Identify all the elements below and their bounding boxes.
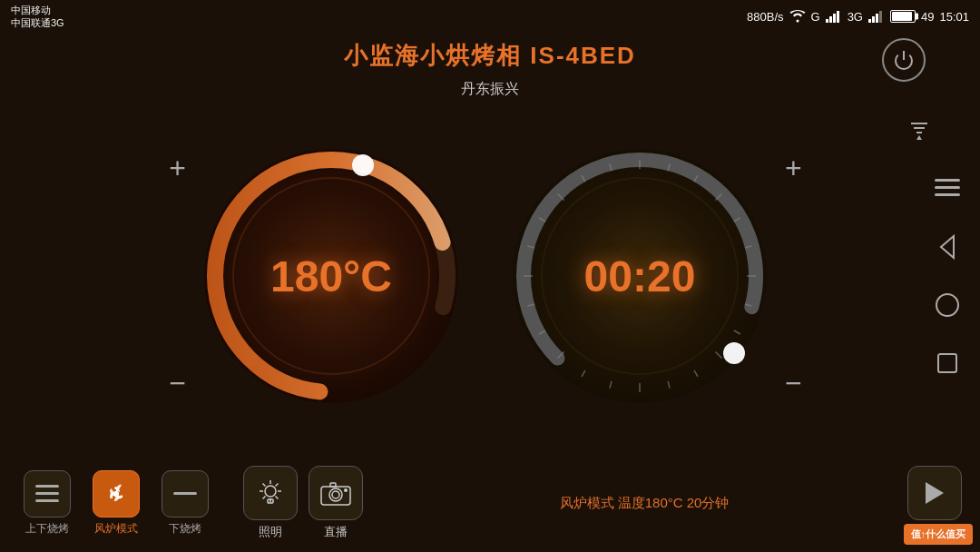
svg-rect-46 xyxy=(935,179,960,182)
nav-back-button[interactable] xyxy=(931,231,964,263)
temperature-plus[interactable]: + xyxy=(169,152,186,185)
svg-rect-2 xyxy=(833,14,836,23)
svg-rect-0 xyxy=(826,19,828,23)
svg-rect-47 xyxy=(935,186,960,189)
svg-point-56 xyxy=(113,491,119,497)
dials-area: + − xyxy=(54,100,916,452)
svg-point-44 xyxy=(723,342,745,364)
nav-recent-button[interactable] xyxy=(931,347,964,380)
light-button[interactable]: 照明 xyxy=(243,466,298,540)
svg-point-69 xyxy=(329,488,342,501)
mode-bottom[interactable]: 下烧烤 xyxy=(156,470,214,537)
temperature-minus[interactable]: − xyxy=(169,367,186,400)
svg-rect-6 xyxy=(876,14,878,23)
timer-value: 00:20 xyxy=(584,251,696,301)
subtitle: 丹东振兴 xyxy=(0,80,980,99)
temperature-value: 180°C xyxy=(270,251,392,301)
mode-top-bottom-icon xyxy=(24,470,71,518)
svg-rect-71 xyxy=(330,483,336,487)
watermark-text: 值↑什么值买 xyxy=(911,528,966,539)
mode-fan-label: 风炉模式 xyxy=(94,521,138,537)
timer-controls[interactable]: + − xyxy=(785,152,802,400)
timer-minus[interactable]: − xyxy=(785,367,802,400)
camera-label: 直播 xyxy=(324,524,348,540)
svg-rect-11 xyxy=(916,132,922,133)
home-circle-icon xyxy=(935,292,960,318)
time: 15:01 xyxy=(939,10,969,24)
light-label: 照明 xyxy=(259,524,282,540)
play-icon xyxy=(924,480,946,506)
battery-icon xyxy=(890,10,916,23)
camera-button[interactable]: 直播 xyxy=(309,466,363,540)
nav-buttons xyxy=(931,172,964,380)
status-bar: 中国移动 中国联通3G 880B/s G 3G 49 xyxy=(0,0,980,33)
power-button[interactable] xyxy=(882,38,926,82)
signal-icon xyxy=(826,10,842,23)
menu-icon xyxy=(935,179,960,199)
svg-rect-57 xyxy=(173,492,197,495)
svg-rect-52 xyxy=(35,485,59,488)
start-icon-box xyxy=(907,466,962,520)
nav-home-button[interactable] xyxy=(931,289,964,321)
battery-level: 49 xyxy=(921,10,934,24)
mode-bottom-icon xyxy=(162,470,209,518)
nav-menu-button[interactable] xyxy=(931,172,964,205)
svg-point-16 xyxy=(352,154,374,176)
mode-top-bottom-label: 上下烧烤 xyxy=(25,521,69,537)
camera-icon-box xyxy=(309,466,363,520)
battery-fill xyxy=(892,12,912,21)
mode-fan[interactable]: 风炉模式 xyxy=(87,470,145,537)
watermark: 值↑什么值买 xyxy=(904,524,974,545)
app-title: 小监海小烘烤相 IS-4BED xyxy=(0,33,980,72)
mode-fan-icon xyxy=(93,470,140,518)
speed: 880B/s xyxy=(747,10,783,24)
svg-line-64 xyxy=(276,497,279,499)
wifi-icon xyxy=(789,10,806,23)
recent-icon xyxy=(936,352,958,374)
signal-3g: 3G xyxy=(848,10,863,24)
svg-rect-53 xyxy=(35,492,59,495)
svg-rect-54 xyxy=(35,499,59,502)
svg-marker-49 xyxy=(941,236,954,258)
power-icon xyxy=(893,49,915,71)
svg-rect-3 xyxy=(837,11,839,23)
network-g: G xyxy=(811,10,820,24)
carrier1: 中国移动 xyxy=(11,4,64,16)
carrier-info: 中国移动 中国联通3G xyxy=(11,4,64,30)
signal-3g-icon xyxy=(868,10,885,23)
svg-rect-5 xyxy=(872,16,875,23)
temperature-controls[interactable]: + − xyxy=(169,152,186,400)
temperature-dial[interactable]: 180°C xyxy=(195,140,467,412)
svg-point-70 xyxy=(332,491,339,498)
svg-point-58 xyxy=(265,486,276,497)
svg-rect-4 xyxy=(868,19,871,23)
svg-point-72 xyxy=(344,488,348,492)
timer-plus[interactable]: + xyxy=(785,152,802,185)
bottom-controls: 上下烧烤 风炉模式 下烧烤 xyxy=(0,454,980,552)
svg-line-65 xyxy=(276,484,279,487)
back-icon xyxy=(937,234,957,260)
extra-buttons: 照明 直播 xyxy=(243,466,363,540)
timer-dial[interactable]: 00:20 xyxy=(504,140,776,412)
mode-top-bottom[interactable]: 上下烧烤 xyxy=(18,470,76,537)
light-icon-box xyxy=(243,466,298,520)
svg-rect-51 xyxy=(938,354,956,372)
carrier2: 中国联通3G xyxy=(11,16,64,29)
svg-rect-48 xyxy=(935,193,960,196)
svg-rect-1 xyxy=(829,16,832,23)
svg-line-63 xyxy=(263,484,266,487)
svg-rect-7 xyxy=(879,11,882,23)
svg-marker-73 xyxy=(926,482,944,504)
svg-point-50 xyxy=(936,294,958,316)
mode-bottom-label: 下烧烤 xyxy=(169,521,201,537)
svg-marker-12 xyxy=(916,135,922,140)
svg-line-66 xyxy=(263,497,266,499)
battery-tip xyxy=(916,14,918,20)
status-right: 880B/s G 3G 49 15:01 xyxy=(747,10,969,24)
status-text: 风炉模式 温度180°C 20分钟 xyxy=(392,495,897,512)
